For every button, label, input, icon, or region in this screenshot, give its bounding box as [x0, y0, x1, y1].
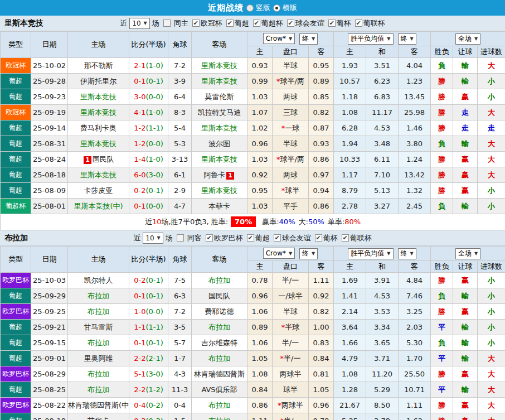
summary-text: 场,胜7平0负3, 胜率:	[161, 218, 228, 226]
sub-column-header: 胜负	[431, 46, 453, 58]
match-scope-select[interactable]: 全场▼	[455, 248, 480, 259]
match-date: 25-09-15	[31, 335, 68, 351]
league-checkbox[interactable]: ✔	[315, 234, 322, 242]
home-team[interactable]: 林肯瑞德因普斯(中)	[68, 401, 129, 409]
league-checkbox[interactable]: ✔	[247, 234, 254, 242]
layout-radio-vertical[interactable]: 竖版	[246, 3, 270, 13]
crown-away-odds: 0.86	[309, 152, 334, 167]
chevron-down-icon: ▼	[474, 251, 478, 256]
home-team[interactable]: 里斯本竞技	[80, 108, 116, 117]
home-team[interactable]: 那不勒斯	[84, 61, 113, 70]
away-team[interactable]: 布拉加	[208, 354, 230, 363]
home-team[interactable]: 里斯本竞技	[80, 93, 116, 101]
match-scope-select[interactable]: 全场▼	[455, 33, 480, 45]
radio-icon[interactable]	[246, 4, 254, 12]
radio-checked-icon[interactable]	[273, 4, 280, 12]
away-team[interactable]: 布拉加	[208, 417, 230, 420]
away-team[interactable]: 凯拉特艾马迪	[198, 108, 241, 117]
home-team[interactable]: 费马利卡奥	[80, 124, 116, 132]
away-team[interactable]: 里斯本竞技	[201, 61, 237, 70]
layout-radio-horizontal[interactable]: 横版	[273, 3, 297, 13]
full-time-score: 6-0	[134, 171, 145, 179]
home-team[interactable]: 卡莎皮亚	[84, 186, 113, 195]
euro-average-select[interactable]: 胜平负均值▼	[348, 33, 393, 45]
league-checkbox[interactable]: ✔	[253, 20, 260, 27]
home-team[interactable]: 甘马雷斯	[84, 323, 113, 331]
home-team[interactable]: 布拉加	[88, 385, 109, 394]
home-team[interactable]: 布拉加	[88, 292, 109, 300]
home-team[interactable]: 里奥阿维	[84, 354, 113, 363]
euro-home-odds: 10.33	[334, 152, 366, 167]
same-venue-checkbox[interactable]	[177, 234, 184, 242]
corner-score: 0-4	[168, 398, 192, 413]
handicap-result: 輸	[453, 136, 478, 152]
away-team[interactable]: AVS俱乐部	[201, 385, 237, 394]
handicap-cell: *两球半	[273, 398, 309, 413]
away-team[interactable]: 波尔图	[208, 139, 230, 148]
away-team[interactable]: 布拉加	[208, 276, 230, 284]
league-checkbox[interactable]: ✔	[355, 20, 362, 27]
away-team[interactable]: 林肯瑞德因普斯	[194, 370, 245, 378]
handicap-cell: 半/一	[273, 273, 309, 288]
euro-stage-select[interactable]: 终▼	[398, 33, 416, 45]
league-checkbox[interactable]: ✔	[226, 20, 234, 27]
home-team[interactable]: 凯尔特人	[84, 276, 113, 284]
home-team[interactable]: 艾华卡	[88, 417, 109, 420]
euro-away-odds: 3.25	[399, 304, 431, 320]
league-checkbox[interactable]: ✔	[287, 20, 294, 27]
goals-result: 大	[478, 136, 505, 152]
match-date: 25-08-29	[31, 366, 68, 382]
home-team[interactable]: 伊斯托里尔	[80, 77, 116, 85]
away-team[interactable]: 里斯本竞技	[201, 124, 237, 132]
away-team[interactable]: 费耶诺德	[205, 307, 234, 316]
home-team[interactable]: 布拉加	[88, 370, 109, 378]
away-team[interactable]: 里斯本竞技	[201, 186, 237, 195]
odds-provider-select[interactable]: Crow*▼	[263, 33, 295, 44]
away-team[interactable]: 吉尔维森特	[201, 339, 237, 347]
away-team[interactable]: 里斯本竞技	[201, 77, 237, 85]
euro-away-odds: 13.45	[399, 89, 431, 105]
handicap-cell: 半/一	[273, 335, 309, 351]
goals-result: 大	[478, 366, 505, 382]
away-team[interactable]: 布拉加	[208, 323, 230, 331]
match-date: 25-10-03	[31, 273, 68, 288]
match-count-select[interactable]: 10▼	[129, 18, 149, 29]
same-venue-checkbox[interactable]	[163, 20, 171, 27]
league-checkbox[interactable]: ✔	[192, 20, 200, 27]
away-team[interactable]: 本菲卡	[208, 202, 230, 210]
match-count-select[interactable]: 10▼	[143, 233, 163, 244]
odds-stage-select[interactable]: 终▼	[299, 33, 318, 45]
home-team[interactable]: 布拉加	[88, 307, 109, 316]
win-draw-loss-result: 勝	[431, 273, 453, 288]
away-team[interactable]: 阿鲁卡	[203, 171, 225, 179]
euro-average-select[interactable]: 胜平负均值▼	[348, 248, 393, 259]
games-label: 场	[152, 18, 159, 28]
handicap-value: 半/一	[282, 339, 299, 347]
euro-away-odds: 1.23	[399, 74, 431, 89]
league-checkbox[interactable]: ✔	[328, 20, 336, 27]
home-team[interactable]: 布拉加	[88, 339, 109, 347]
full-time-score: 0-1	[134, 77, 145, 85]
home-team[interactable]: 里斯本竞技	[80, 171, 116, 179]
league-checkbox[interactable]: ✔	[206, 234, 213, 242]
home-team[interactable]: 里斯本竞技(中)	[74, 202, 123, 210]
score-cell: 0-1(0-1)	[129, 288, 168, 304]
section-filter-bar: 布拉加近10▼场同客✔欧罗巴杯✔葡超✔球会友谊✔葡杯✔葡联杯	[0, 230, 505, 246]
away-team[interactable]: 国民队	[208, 292, 230, 300]
league-checkbox[interactable]: ✔	[342, 234, 349, 242]
away-team-cell: 布拉加	[192, 398, 247, 413]
column-header: 主场	[68, 32, 129, 58]
red-card-badge: 1	[226, 172, 234, 180]
win-draw-loss-result: 負	[431, 136, 453, 152]
odds-provider-select[interactable]: Crow*▼	[263, 248, 295, 259]
home-team[interactable]: 国民队	[93, 155, 114, 163]
away-team[interactable]: 布拉加	[208, 401, 230, 409]
euro-stage-select[interactable]: 终▼	[398, 248, 416, 259]
sub-column-header: 让球	[453, 46, 478, 58]
home-team[interactable]: 里斯本竞技	[80, 139, 116, 148]
odds-stage-select[interactable]: 终▼	[299, 248, 318, 259]
away-team[interactable]: 里斯本竞技	[201, 155, 237, 163]
win-draw-loss-result: 負	[431, 58, 453, 74]
league-checkbox[interactable]: ✔	[274, 234, 281, 242]
away-team[interactable]: 莫雷伦斯	[205, 93, 234, 101]
